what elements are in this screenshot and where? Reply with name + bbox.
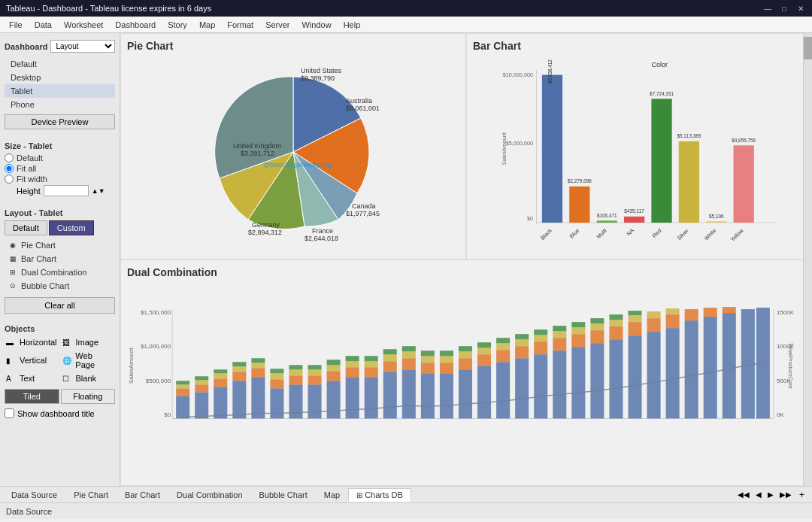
- menu-server[interactable]: Server: [259, 19, 295, 31]
- svg-rect-156: [628, 335, 641, 418]
- tab-chartsdb[interactable]: ⊞ Charts DB: [348, 488, 411, 502]
- svg-rect-135: [515, 334, 529, 339]
- menu-help[interactable]: Help: [338, 19, 367, 31]
- nav-first[interactable]: ◀◀: [735, 489, 753, 500]
- svg-rect-94: [327, 365, 341, 371]
- svg-text:TotalProductCost: TotalProductCost: [787, 343, 794, 390]
- size-fitall-radio[interactable]: [5, 164, 14, 173]
- tab-map[interactable]: Map: [316, 488, 348, 502]
- obj-webpage[interactable]: 🌐 Web Page: [61, 350, 116, 371]
- svg-rect-62: [176, 384, 189, 388]
- svg-rect-119: [440, 351, 453, 356]
- svg-text:$0: $0: [164, 411, 171, 418]
- tiled-button[interactable]: Tiled: [5, 389, 59, 404]
- tab-map-label: Map: [324, 490, 340, 499]
- svg-rect-125: [477, 354, 491, 366]
- svg-rect-111: [402, 346, 416, 351]
- svg-rect-23: [569, 187, 589, 223]
- tab-barchart[interactable]: Bar Chart: [117, 488, 168, 502]
- nav-prev[interactable]: ◀: [753, 489, 765, 500]
- custom-toggle-button[interactable]: Custom: [49, 220, 94, 235]
- tab-bar: Data Source Pie Chart Bar Chart Dual Com…: [0, 486, 812, 502]
- svg-text:Multi: Multi: [595, 227, 607, 240]
- svg-rect-124: [477, 366, 491, 418]
- height-spinner[interactable]: ▲▼: [92, 187, 105, 195]
- layout-select[interactable]: Layout: [50, 40, 115, 53]
- svg-rect-89: [308, 375, 322, 384]
- svg-text:White: White: [703, 227, 718, 242]
- layout-phone[interactable]: Phone: [5, 98, 115, 111]
- scroll-thumb[interactable]: [804, 37, 812, 59]
- tab-datasource[interactable]: Data Source: [3, 488, 65, 502]
- layout-tablet[interactable]: Tablet: [5, 84, 115, 98]
- tab-bubblechart[interactable]: Bubble Chart: [251, 488, 316, 502]
- tab-piechart[interactable]: Pie Chart: [65, 488, 117, 502]
- chart-list-pie[interactable]: ◉ Pie Chart: [5, 238, 115, 252]
- svg-rect-145: [571, 334, 585, 347]
- size-default-radio[interactable]: [5, 153, 14, 162]
- default-toggle-button[interactable]: Default: [5, 220, 47, 235]
- svg-rect-98: [346, 361, 359, 367]
- svg-rect-153: [609, 326, 623, 339]
- show-title-checkbox[interactable]: [5, 408, 14, 418]
- height-label: Height: [17, 187, 41, 196]
- svg-text:Australia: Australia: [346, 97, 372, 105]
- show-title-label: Show dashboard title: [17, 409, 95, 418]
- svg-rect-150: [590, 323, 604, 330]
- menu-dashboard[interactable]: Dashboard: [109, 19, 162, 31]
- nav-next[interactable]: ▶: [765, 489, 777, 500]
- close-button[interactable]: ✕: [795, 3, 806, 14]
- svg-rect-63: [176, 381, 189, 384]
- bar-chart-icon: ▦: [8, 253, 18, 264]
- maximize-button[interactable]: □: [779, 3, 789, 14]
- chart-list-dual[interactable]: ⊞ Dual Combination: [5, 266, 115, 279]
- obj-blank-label: Blank: [76, 374, 97, 383]
- tab-datasource-label: Data Source: [11, 490, 57, 499]
- svg-rect-71: [214, 369, 227, 373]
- tab-dualcombination[interactable]: Dual Combination: [168, 488, 250, 502]
- obj-vertical[interactable]: ▮ Vertical: [5, 350, 59, 371]
- size-fitwidth-radio[interactable]: [5, 175, 14, 184]
- obj-horizontal[interactable]: ▬ Horizontal: [5, 336, 59, 348]
- title-bar: Tableau - Dashboard - Tableau license ex…: [0, 0, 812, 17]
- svg-text:$4,856,756: $4,856,756: [732, 138, 756, 143]
- menu-format[interactable]: Format: [221, 19, 259, 31]
- layout-default[interactable]: Default: [5, 57, 115, 71]
- svg-text:$3,391,712: $3,391,712: [241, 150, 274, 157]
- menu-story[interactable]: Story: [162, 19, 193, 31]
- obj-image[interactable]: 🖼 Image: [61, 336, 116, 348]
- minimize-button[interactable]: —: [762, 3, 773, 14]
- floating-button[interactable]: Floating: [61, 389, 116, 404]
- scrollbar[interactable]: [803, 33, 812, 486]
- menu-window[interactable]: Window: [296, 19, 338, 31]
- webpage-icon: 🌐: [62, 357, 73, 365]
- svg-rect-110: [402, 351, 416, 358]
- size-fitall-label: Fit all: [17, 164, 36, 173]
- menu-map[interactable]: Map: [193, 19, 221, 31]
- svg-rect-141: [553, 338, 566, 351]
- svg-rect-75: [232, 362, 246, 366]
- obj-text[interactable]: A Text: [5, 372, 59, 384]
- menu-data[interactable]: Data: [29, 19, 58, 31]
- obj-text-label: Text: [20, 374, 35, 383]
- device-preview-button[interactable]: Device Preview: [5, 114, 115, 129]
- chart-list-bubble[interactable]: ⊙ Bubble Chart: [5, 279, 115, 293]
- svg-rect-76: [251, 377, 265, 418]
- svg-rect-112: [421, 373, 435, 418]
- chart-list-bar[interactable]: ▦ Bar Chart: [5, 252, 115, 266]
- obj-blank[interactable]: ☐ Blank: [61, 372, 116, 384]
- menu-worksheet[interactable]: Worksheet: [58, 19, 109, 31]
- height-input[interactable]: [44, 185, 89, 196]
- nav-last[interactable]: ▶▶: [777, 489, 795, 500]
- clear-all-button[interactable]: Clear all: [5, 297, 115, 314]
- svg-rect-68: [214, 387, 227, 418]
- svg-rect-21: [542, 75, 562, 223]
- bar-chart-title: Bar Chart: [473, 40, 805, 52]
- menu-file[interactable]: File: [3, 19, 29, 31]
- add-tab-btn[interactable]: +: [795, 488, 809, 502]
- layout-desktop[interactable]: Desktop: [5, 71, 115, 84]
- svg-text:$5,106: $5,106: [709, 214, 724, 219]
- svg-rect-108: [402, 369, 416, 418]
- pie-chart-panel: Pie Chart: [120, 33, 466, 259]
- svg-rect-149: [590, 330, 604, 343]
